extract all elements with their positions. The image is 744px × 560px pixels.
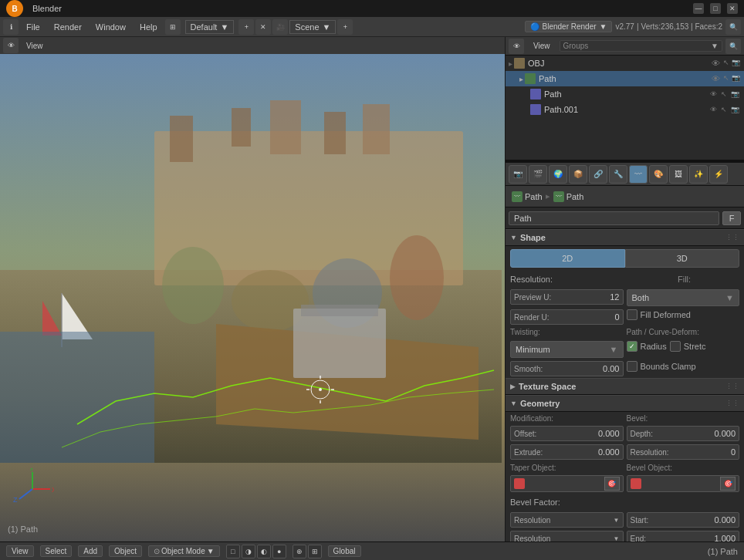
viewport-header: 👁 View bbox=[0, 37, 505, 54]
offset-field[interactable]: Offset: 0.000 bbox=[510, 426, 624, 441]
cam-icon[interactable]: 🎥 bbox=[272, 19, 288, 35]
outliner-search-field[interactable]: Groups ▼ bbox=[560, 40, 723, 52]
name-field[interactable] bbox=[509, 211, 719, 225]
shading-material-btn[interactable]: ◐ bbox=[257, 545, 271, 558]
eye-icon-path001[interactable]: 👁 bbox=[708, 106, 719, 113]
props-tab-constraints[interactable]: 🔗 bbox=[589, 165, 607, 184]
outliner-view-icon[interactable]: 👁 bbox=[509, 39, 524, 54]
maximize-button[interactable]: □ bbox=[710, 3, 721, 14]
eye-icon-path[interactable]: 👁 bbox=[712, 74, 720, 83]
manipulator-btn[interactable]: ⊞ bbox=[308, 545, 322, 558]
status-select-btn[interactable]: Select bbox=[40, 545, 73, 557]
outliner-path-label: Path bbox=[539, 74, 708, 83]
start-val-col: Start: 0.000 bbox=[627, 512, 740, 528]
viewport[interactable]: 👁 View User Persp bbox=[0, 37, 505, 541]
scene-add-icon[interactable]: + bbox=[337, 19, 353, 35]
breadcrumb-path1[interactable]: 〰 Path bbox=[512, 191, 543, 202]
props-tab-object[interactable]: 📦 bbox=[569, 165, 587, 184]
outliner-row-path-data[interactable]: Path 👁 ↖ 📷 bbox=[506, 86, 744, 102]
texture-space-header[interactable]: ▶ Texture Space ⋮⋮ bbox=[506, 378, 744, 395]
scene-selector[interactable]: Scene ▼ bbox=[289, 20, 336, 34]
bevel-object-picker[interactable]: 🎯 bbox=[627, 475, 740, 492]
viewport-view-icon[interactable]: 👁 bbox=[3, 38, 19, 53]
twisting-dropdown[interactable]: Minimum ▼ bbox=[510, 341, 624, 358]
taper-label-col: Taper Object: bbox=[510, 463, 624, 472]
cursor-icon-path2[interactable]: ↖ bbox=[719, 90, 729, 98]
stretch-checkbox[interactable] bbox=[670, 341, 681, 352]
transform-btn[interactable]: ⊕ bbox=[293, 545, 306, 558]
props-tab-modifiers[interactable]: 🔧 bbox=[609, 165, 627, 184]
global-selector[interactable]: Global bbox=[328, 545, 361, 557]
start-res-field[interactable]: Resolution ▼ bbox=[510, 512, 624, 528]
taper-bevel-pickers: 🎯 🎯 bbox=[506, 474, 744, 494]
minimize-button[interactable]: — bbox=[693, 3, 704, 14]
render-icon-path[interactable]: 📷 bbox=[732, 74, 740, 83]
eye-icon-path2[interactable]: 👁 bbox=[708, 90, 719, 98]
end-res-field[interactable]: Resolution ▼ bbox=[510, 531, 624, 541]
radius-checkbox[interactable]: ✓ bbox=[627, 341, 637, 352]
extrude-field[interactable]: Extrude: 0.000 bbox=[510, 444, 624, 460]
props-tab-physics[interactable]: ⚡ bbox=[709, 165, 728, 184]
breadcrumb-icon1: 〰 bbox=[512, 191, 522, 202]
fill-dropdown[interactable]: Both ▼ bbox=[627, 289, 740, 306]
main-area: 👁 View User Persp bbox=[0, 37, 744, 541]
props-tab-particles[interactable]: ✨ bbox=[689, 165, 708, 184]
eye-icon-obj[interactable]: 👁 bbox=[712, 59, 720, 68]
props-tab-world[interactable]: 🌍 bbox=[549, 165, 567, 184]
render-u-field[interactable]: Render U: 0 bbox=[510, 309, 624, 325]
breadcrumb-path2[interactable]: 〰 Path bbox=[553, 191, 584, 202]
bevel-res-field[interactable]: Resolution: 0 bbox=[627, 444, 740, 460]
shading-solid-btn[interactable]: ◑ bbox=[242, 545, 255, 558]
taper-pick-btn[interactable]: 🎯 bbox=[604, 477, 620, 491]
menu-help[interactable]: Help bbox=[134, 21, 164, 33]
render-icon-path001[interactable]: 📷 bbox=[729, 106, 741, 113]
status-add-btn[interactable]: Add bbox=[78, 545, 103, 557]
render-search-icon[interactable]: 🔍 bbox=[725, 19, 741, 35]
bounds-clamp-checkbox[interactable] bbox=[627, 361, 637, 372]
depth-field[interactable]: Depth: 0.000 bbox=[627, 426, 740, 441]
smooth-field[interactable]: Smooth: 0.00 bbox=[510, 361, 624, 376]
cursor-icon-path001[interactable]: ↖ bbox=[719, 106, 729, 113]
outliner-row-path[interactable]: ▸ Path 👁 ↖ 📷 bbox=[506, 71, 744, 86]
outliner-row-path001[interactable]: Path.001 👁 ↖ 📷 bbox=[506, 102, 744, 117]
menu-file[interactable]: File bbox=[20, 21, 46, 33]
outliner-row-obj[interactable]: ▸ OBJ 👁 ↖ 📷 bbox=[506, 56, 744, 71]
taper-object-picker[interactable]: 🎯 bbox=[510, 475, 624, 492]
props-tab-scene[interactable]: 🎬 bbox=[529, 165, 547, 184]
props-tab-texture[interactable]: 🖼 bbox=[669, 165, 688, 184]
layout-icon[interactable]: ⊞ bbox=[165, 19, 181, 35]
cursor-icon-path[interactable]: ↖ bbox=[723, 74, 729, 83]
menu-render[interactable]: Render bbox=[48, 21, 88, 33]
bevel-pick-btn[interactable]: 🎯 bbox=[720, 477, 736, 491]
toggle-3d-button[interactable]: 3D bbox=[625, 249, 740, 268]
renderer-selector[interactable]: 🔵 Blender Render ▼ bbox=[525, 21, 613, 32]
props-tab-material[interactable]: 🎨 bbox=[649, 165, 668, 184]
info-icon[interactable]: ℹ bbox=[3, 19, 19, 35]
fill-deformed-checkbox[interactable] bbox=[627, 309, 637, 320]
viewport-view-menu[interactable]: View bbox=[20, 40, 49, 52]
mode-selector[interactable]: ⊙ Object Mode ▼ bbox=[148, 545, 220, 557]
fake-user-button[interactable]: F bbox=[722, 211, 741, 225]
end-val-field[interactable]: End: 1.000 bbox=[627, 531, 740, 541]
shape-section-header[interactable]: ▼ Shape ⋮⋮ bbox=[506, 229, 744, 246]
shading-render-btn[interactable]: ● bbox=[272, 545, 286, 558]
props-tab-render[interactable]: 📷 bbox=[509, 165, 527, 184]
add-workspace-icon[interactable]: + bbox=[238, 19, 254, 35]
render-icon-path2[interactable]: 📷 bbox=[729, 90, 741, 98]
cursor-icon-obj[interactable]: ↖ bbox=[723, 59, 729, 68]
toggle-2d-button[interactable]: 2D bbox=[510, 249, 625, 268]
outliner-view-btn[interactable]: View bbox=[527, 40, 556, 52]
close-button[interactable]: ✕ bbox=[727, 3, 738, 14]
status-object-btn[interactable]: Object bbox=[109, 545, 142, 557]
workspace-selector[interactable]: Default ▼ bbox=[185, 20, 235, 34]
geometry-section-header[interactable]: ▼ Geometry ⋮⋮ bbox=[506, 395, 744, 412]
status-view-btn[interactable]: View bbox=[6, 545, 34, 557]
start-val-field[interactable]: Start: 0.000 bbox=[627, 512, 740, 528]
preview-u-field[interactable]: Preview U: 12 bbox=[510, 289, 624, 305]
render-icon-obj[interactable]: 📷 bbox=[732, 59, 740, 68]
close-workspace-icon[interactable]: ✕ bbox=[255, 19, 271, 35]
outliner-search-icon[interactable]: 🔍 bbox=[725, 39, 741, 54]
shading-wire-btn[interactable]: □ bbox=[226, 545, 240, 558]
menu-window[interactable]: Window bbox=[90, 21, 132, 33]
props-tab-data[interactable]: 〰 bbox=[629, 165, 648, 184]
